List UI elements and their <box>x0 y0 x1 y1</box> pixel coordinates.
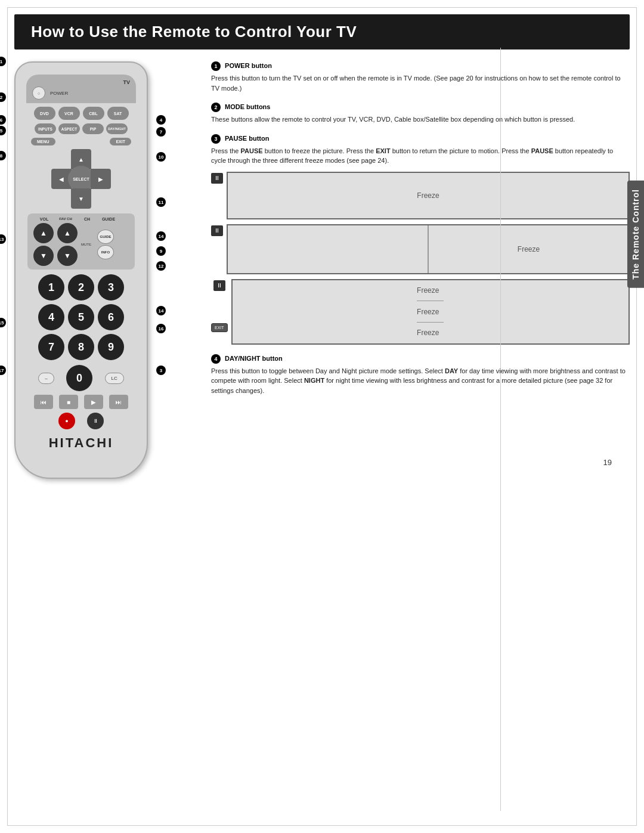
mode-title: 2 MODE buttons <box>211 103 630 112</box>
vcr-button[interactable]: VCR <box>58 107 80 120</box>
transport-row: ⏮ ■ ▶ ⏭ <box>26 395 136 409</box>
callout-6: 6 <box>0 115 6 125</box>
instruction-daynight: 4 DAY/NIGHT button Press this button to … <box>211 354 630 396</box>
callout-circle-3: 3 <box>211 134 221 144</box>
callout-14a: 14 <box>156 231 166 241</box>
ch-down-button[interactable]: ▼ <box>57 246 78 266</box>
num-9-button[interactable]: 9 <box>98 334 124 360</box>
power-button[interactable]: ○ <box>32 86 45 100</box>
func-buttons-row: INPUTS ASPECT PIP DAY/NIGHT <box>26 123 136 134</box>
rewind-button[interactable]: ⏮ <box>34 395 53 409</box>
lc-button[interactable]: LC <box>105 373 124 384</box>
ch-vol-block: VOL FAV CH CH GUIDE ▲ ▼ ▲ <box>27 213 135 270</box>
info-button[interactable]: INFO <box>97 245 114 259</box>
power-title: 1 POWER button <box>211 61 630 71</box>
ch-up-button[interactable]: ▲ <box>57 223 78 243</box>
num-0-button[interactable]: 0 <box>66 365 92 391</box>
num-3-button[interactable]: 3 <box>98 274 124 301</box>
screen-third-2: Freeze <box>417 301 444 323</box>
guide-button[interactable]: GUIDE <box>97 230 114 244</box>
mute-col: MUTE <box>81 243 91 246</box>
stop-button[interactable]: ■ <box>59 395 78 409</box>
callout-3: 3 <box>156 366 166 375</box>
freeze-diagram-1: ⏸ Freeze <box>211 172 630 219</box>
freeze-label-3a: Freeze <box>417 286 439 295</box>
callout-13: 13 <box>0 234 6 244</box>
pause-button[interactable]: ⏸ <box>87 413 104 429</box>
play-button[interactable]: ▶ <box>84 395 103 409</box>
callout-16: 16 <box>156 324 166 333</box>
remote-top-section: TV ○ POWER <box>26 75 136 103</box>
tv-screen-3: Freeze Freeze Freeze <box>231 279 630 345</box>
pause-icon-1: ⏸ <box>211 173 223 184</box>
exit-button[interactable]: EXIT <box>110 138 131 145</box>
guide-label-top: GUIDE <box>99 217 118 221</box>
callout-1: 1 <box>0 57 6 66</box>
remote-control-diagram: 1 2 6 5 8 13 15 17 4 7 10 11 14 <box>14 61 193 479</box>
tv-screen-1: Freeze <box>227 172 630 219</box>
callout-8: 8 <box>0 151 6 160</box>
dpad-down[interactable]: ▼ <box>71 188 91 209</box>
fast-forward-button[interactable]: ⏭ <box>109 395 128 409</box>
num-7-button[interactable]: 7 <box>38 334 64 360</box>
ch-buttons: ▲ ▼ <box>57 223 78 266</box>
vol-buttons: ▲ ▼ <box>33 223 54 266</box>
num-8-button[interactable]: 8 <box>68 334 94 360</box>
screen-third-1: Freeze <box>417 280 444 302</box>
exit-spacer: EXIT <box>211 323 228 332</box>
callout-15: 15 <box>0 318 6 327</box>
header-title-text: How to Use the Remote to Control Your TV <box>31 23 357 41</box>
dpad-right[interactable]: ▶ <box>91 169 111 189</box>
menu-button[interactable]: MENU <box>31 138 55 145</box>
vol-label: VOL <box>35 217 54 221</box>
brand-label: HITACHI <box>26 435 136 451</box>
cbl-button[interactable]: CBL <box>83 107 104 120</box>
instruction-power: 1 POWER button Press this button to turn… <box>211 61 630 93</box>
vol-down-button[interactable]: ▼ <box>33 246 54 266</box>
menu-exit-row: MENU EXIT <box>31 138 131 145</box>
callout-17: 17 <box>0 366 6 375</box>
record-button[interactable]: ● <box>58 413 75 429</box>
vol-up-button[interactable]: ▲ <box>33 223 54 243</box>
mode-title-text: MODE buttons <box>225 103 270 110</box>
freeze-label-3c: Freeze <box>417 329 439 337</box>
mode-buttons-row: DVD VCR CBL SAT <box>26 107 136 120</box>
num-6-button[interactable]: 6 <box>98 304 124 330</box>
callout-14b: 14 <box>156 306 166 315</box>
num-5-button[interactable]: 5 <box>68 304 94 330</box>
mode-text: These buttons allow the remote to contro… <box>211 114 630 125</box>
remote-body: TV ○ POWER DVD VCR CBL SAT INPUTS ASPE <box>14 61 148 479</box>
aspect-button[interactable]: ASPECT <box>58 123 80 134</box>
dvd-button[interactable]: DVD <box>34 107 55 120</box>
callout-9: 9 <box>156 246 166 256</box>
screen-third-3: Freeze <box>417 323 444 343</box>
callout-11: 11 <box>156 197 166 207</box>
num-4-button[interactable]: 4 <box>38 304 64 330</box>
freeze-label-2: Freeze <box>518 245 540 253</box>
guide-info-col: GUIDE INFO <box>97 230 114 259</box>
num-2-button[interactable]: 2 <box>68 274 94 301</box>
callout-circle-2: 2 <box>211 103 221 112</box>
sat-button[interactable]: SAT <box>107 107 129 120</box>
bottom-row: – 0 LC <box>32 365 130 391</box>
callout-2: 2 <box>0 92 6 102</box>
daynight-title-text: DAY/NIGHT button <box>225 354 283 361</box>
freeze-label-1: Freeze <box>417 191 439 200</box>
daynight-text: Press this button to toggle between Day … <box>211 366 630 396</box>
num-1-button[interactable]: 1 <box>38 274 64 301</box>
day-night-button[interactable]: DAY/NIGHT <box>106 123 128 134</box>
pip-button[interactable]: PIP <box>82 123 104 134</box>
mute-label: MUTE <box>81 243 91 246</box>
callout-circle-1: 1 <box>211 61 221 71</box>
callout-12: 12 <box>156 261 166 271</box>
dash-button[interactable]: – <box>38 373 54 384</box>
pause-exit-col: ⏸ EXIT <box>211 279 228 332</box>
power-title-text: POWER button <box>225 62 272 69</box>
freeze-diagram-2: ⏸ Freeze <box>211 224 630 274</box>
callout-5: 5 <box>0 126 6 135</box>
exit-label: EXIT <box>211 323 228 332</box>
pause-title: 3 PAUSE button <box>211 134 630 144</box>
numpad: 1 2 3 4 5 6 7 8 9 <box>38 274 124 360</box>
pause-icon-2: ⏸ <box>211 225 223 236</box>
inputs-button[interactable]: INPUTS <box>35 123 56 134</box>
